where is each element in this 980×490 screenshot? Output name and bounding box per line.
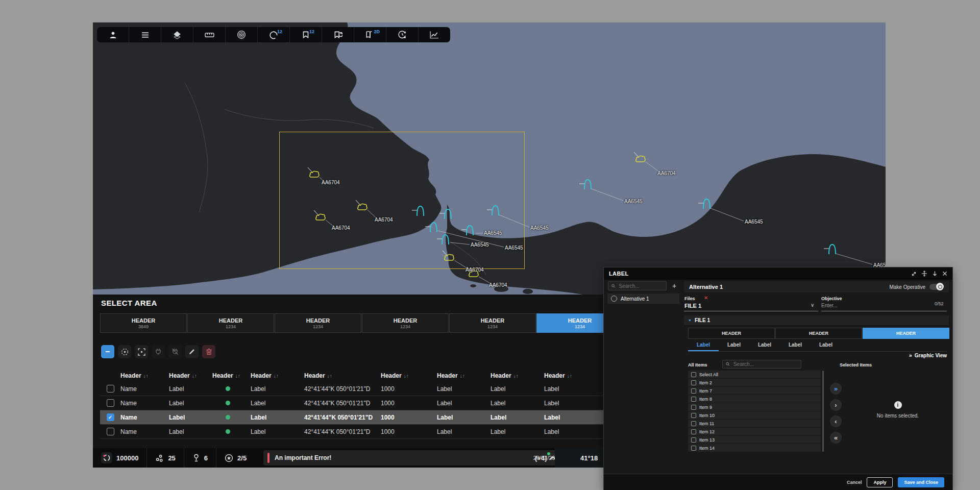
file-tab-3-active[interactable]: HEADER (863, 328, 949, 339)
move-icon[interactable] (921, 271, 927, 277)
map-selection-rectangle[interactable] (279, 132, 525, 269)
sub-tab-1-active[interactable]: Label (688, 342, 719, 351)
alternatives-search-input[interactable] (608, 281, 667, 290)
move-left-button[interactable]: ‹ (830, 415, 842, 427)
metric-progress[interactable]: 100000 (93, 448, 147, 468)
track-label: AA6704 (375, 217, 393, 223)
row-checkbox[interactable] (100, 399, 120, 407)
metric-rating[interactable]: 2/5 (216, 448, 255, 468)
radar-rings-icon[interactable] (226, 27, 258, 42)
objective-input[interactable]: Enter... (821, 303, 838, 308)
col-header[interactable]: Header↓↑ (437, 372, 491, 379)
col-header[interactable]: Header↓↑ (491, 372, 544, 379)
chevron-down-icon[interactable]: ∨ (811, 302, 814, 308)
sub-tab-2[interactable]: Label (719, 342, 749, 351)
move-all-right-button[interactable]: » (830, 383, 842, 395)
user-icon[interactable] (97, 27, 129, 42)
layers-icon[interactable] (161, 27, 193, 42)
connect-icon[interactable] (152, 345, 165, 358)
graphic-view-link[interactable]: » Graphic View (909, 352, 947, 358)
map-view[interactable]: AA6704 AA6704 AA6704 AA6704 AA6704 AA670… (93, 22, 886, 295)
dialog-titlebar[interactable]: LABEL (604, 267, 952, 280)
bookmark-refresh-icon[interactable] (322, 27, 354, 42)
star-circle-icon (225, 454, 233, 462)
list-item[interactable]: Item 9 (688, 403, 821, 411)
track-label: AA6545 (484, 230, 502, 236)
line-chart-icon[interactable] (419, 27, 450, 42)
make-operative-toggle[interactable] (929, 284, 943, 290)
sort-icon: ↓↑ (235, 373, 240, 379)
tab-header-1[interactable]: HEADER3849 (100, 313, 187, 333)
metric-markers[interactable]: 6 (184, 448, 216, 468)
list-item[interactable]: Item 12 (688, 428, 821, 435)
map-2d-icon[interactable]: 2D (354, 27, 386, 42)
sort-icon: ↓↑ (567, 373, 572, 379)
list-item-select-all[interactable]: Select All (688, 371, 821, 378)
tab-header-2[interactable]: HEADER1234 (187, 313, 274, 333)
minimize-down-icon[interactable] (932, 271, 938, 277)
col-header[interactable]: Header↓↑ (381, 372, 437, 379)
list-item[interactable]: Item 7 (688, 387, 821, 395)
save-and-close-button[interactable]: Save and Close (898, 477, 944, 487)
route-arc-icon[interactable]: 12 (258, 27, 290, 42)
col-header[interactable]: Header↓↑ (120, 372, 169, 379)
sort-icon: ↓↑ (274, 373, 279, 379)
file-tab-1[interactable]: HEADER (688, 328, 775, 339)
col-header[interactable]: Header↓↑ (544, 372, 598, 379)
sort-icon: ↓↑ (192, 373, 197, 379)
metric-nodes[interactable]: 25 (147, 448, 184, 468)
sub-tab-5[interactable]: Label (811, 342, 841, 351)
col-header[interactable]: Header↓↑ (169, 372, 212, 379)
label-sub-tabs: Label Label Label Label Label (688, 342, 947, 352)
list-scrollbar[interactable] (822, 371, 824, 452)
delete-trash-icon[interactable] (202, 345, 215, 358)
cancel-button[interactable]: Cancel (847, 480, 862, 485)
file-tab-2[interactable]: HEADER (775, 328, 862, 339)
sub-tab-4[interactable]: Label (780, 342, 811, 351)
move-right-button[interactable]: › (830, 399, 842, 411)
resize-icon[interactable] (911, 271, 917, 277)
tab-header-4[interactable]: HEADER1234 (362, 313, 449, 333)
tab-header-3[interactable]: HEADER1234 (275, 313, 361, 333)
files-label: Files (684, 296, 695, 301)
objective-label: Objective (821, 296, 842, 301)
list-item[interactable]: Item 14 (688, 444, 821, 452)
sub-tab-3[interactable]: Label (749, 342, 780, 351)
alternative-list-item[interactable]: Alternative 1 (607, 293, 679, 304)
items-search-input[interactable] (722, 360, 801, 369)
col-header[interactable]: Header↓↑ (251, 372, 304, 379)
time-settings-icon[interactable] (386, 27, 419, 42)
list-item[interactable]: Item 8 (688, 395, 821, 403)
all-items-label: All Items (688, 362, 707, 368)
move-all-left-button[interactable]: « (830, 432, 842, 444)
list-item[interactable]: Item 13 (688, 436, 821, 444)
apply-button[interactable]: Apply (867, 477, 893, 487)
deselect-button[interactable] (101, 345, 114, 358)
row-checkbox[interactable] (100, 385, 120, 393)
ruler-icon[interactable] (193, 27, 226, 42)
col-header[interactable]: Header↓↑ (304, 372, 381, 379)
panel-title: SELECT AREA (101, 299, 157, 307)
select-radius-icon[interactable] (118, 345, 131, 358)
edit-pencil-icon[interactable] (185, 345, 199, 358)
status-dot (212, 428, 251, 435)
status-dot (212, 400, 251, 407)
selected-items-empty-state: i No items selected. (849, 401, 947, 419)
row-checkbox-checked[interactable]: ✓ (100, 413, 120, 421)
col-header[interactable]: Header↓↑ (212, 372, 251, 379)
file-section-header[interactable]: ▼ FILE 1 (684, 315, 949, 325)
add-alternative-button[interactable]: + (670, 281, 679, 290)
row-checkbox[interactable] (100, 428, 120, 435)
file-select-value[interactable]: FILE 1 (684, 303, 701, 309)
list-item[interactable]: Item 2 (688, 379, 821, 386)
list-item[interactable]: Item 11 (688, 420, 821, 427)
sort-icon: ↓↑ (327, 373, 332, 379)
tab-header-5[interactable]: HEADER1234 (449, 313, 536, 333)
files-clear-icon[interactable]: ✕ (704, 295, 708, 301)
menu-icon[interactable] (129, 27, 161, 42)
focus-target-icon[interactable] (135, 345, 148, 358)
list-item[interactable]: Item 10 (688, 411, 821, 419)
area-bracket-icon[interactable]: 12 (290, 27, 322, 42)
close-icon[interactable] (942, 271, 947, 276)
disconnect-icon[interactable] (168, 345, 182, 358)
